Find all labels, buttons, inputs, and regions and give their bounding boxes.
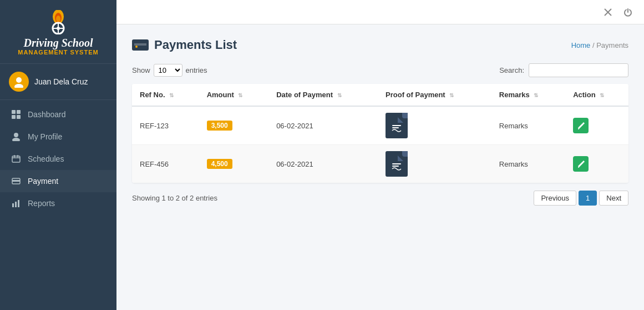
pagination: Previous 1 Next (534, 191, 628, 206)
svg-rect-13 (12, 115, 16, 119)
svg-point-15 (14, 133, 18, 137)
power-icon[interactable] (622, 6, 634, 18)
page-body: Payments List Home / Payments Show 10 25… (116, 24, 644, 310)
cell-proof (378, 106, 491, 145)
show-entries: Show 10 25 50 100 entries (132, 64, 207, 77)
cell-action (565, 145, 628, 183)
svg-rect-17 (12, 156, 20, 162)
svg-point-30 (135, 46, 138, 48)
page-1-button[interactable]: 1 (579, 191, 597, 206)
table-row: REF-456 4,500 06-02-2021 Remarks (132, 145, 628, 183)
svg-point-10 (14, 84, 23, 88)
sort-icon-amount: ⇅ (238, 92, 242, 98)
table-footer: Showing 1 to 2 of 2 entries Previous 1 N… (132, 191, 628, 206)
sort-icon-remarks: ⇅ (534, 92, 538, 98)
svg-rect-33 (392, 125, 401, 126)
main-content: Payments List Home / Payments Show 10 25… (116, 0, 644, 310)
svg-point-9 (16, 77, 22, 83)
sidebar: Driving School Management System Juan De… (0, 0, 116, 310)
svg-point-16 (12, 138, 20, 141)
logo-subtitle: Management System (18, 49, 98, 56)
cell-ref-no: REF-123 (132, 106, 199, 145)
page-title: Payments List (132, 38, 237, 52)
svg-rect-22 (12, 180, 20, 182)
search-label: Search: (499, 66, 524, 74)
topbar (116, 0, 644, 24)
sidebar-item-dashboard[interactable]: Dashboard (0, 103, 116, 126)
sidebar-item-schedules[interactable]: Schedules (0, 148, 116, 170)
col-header-remarks[interactable]: Remarks ⇅ (491, 84, 565, 106)
svg-rect-34 (392, 127, 399, 128)
svg-rect-24 (15, 202, 17, 207)
sidebar-label-payment: Payment (28, 177, 58, 186)
cell-date: 06-02-2021 (268, 106, 378, 145)
table-header-row: Ref No. ⇅ Amount ⇅ Date of Payment ⇅ Pro… (132, 84, 628, 106)
user-name: Juan Dela Cruz (34, 77, 88, 86)
cell-remarks: Remarks (491, 145, 565, 183)
payments-table: Ref No. ⇅ Amount ⇅ Date of Payment ⇅ Pro… (132, 84, 628, 183)
col-header-ref-no[interactable]: Ref No. ⇅ (132, 84, 199, 106)
sort-icon-date: ⇅ (337, 92, 342, 98)
next-button[interactable]: Next (599, 191, 628, 206)
cell-proof (378, 145, 491, 183)
sort-icon-ref-no: ⇅ (169, 92, 174, 98)
schedules-icon (11, 154, 21, 164)
search-input[interactable] (529, 63, 628, 77)
payment-icon (11, 176, 21, 186)
logo-section: Driving School Management System (0, 0, 116, 64)
proof-icon (386, 151, 408, 177)
logo-school-name: Driving School (23, 37, 93, 49)
edit-button[interactable] (573, 118, 589, 133)
amount-badge: 4,500 (207, 159, 232, 169)
svg-rect-39 (392, 166, 399, 167)
cell-date: 06-02-2021 (268, 145, 378, 183)
nav-menu: Dashboard My Profile Schedules Payment R… (0, 100, 116, 214)
svg-rect-23 (12, 203, 14, 207)
entries-label: entries (186, 66, 207, 74)
sidebar-label-my-profile: My Profile (28, 132, 62, 141)
reports-icon (11, 198, 21, 208)
page-header: Payments List Home / Payments (132, 38, 628, 52)
sort-icon-proof: ⇅ (449, 92, 454, 98)
close-icon[interactable] (602, 6, 614, 18)
logo-icon (43, 10, 73, 34)
proof-icon (386, 113, 408, 138)
sidebar-label-reports: Reports (28, 199, 55, 208)
svg-point-2 (56, 16, 60, 22)
table-row: REF-123 3,500 06-02-2021 Remarks (132, 106, 628, 145)
svg-point-4 (57, 27, 60, 30)
user-section: Juan Dela Cruz (0, 64, 116, 100)
cell-amount: 3,500 (199, 106, 269, 145)
showing-text: Showing 1 to 2 of 2 entries (132, 194, 217, 202)
svg-rect-11 (12, 110, 16, 114)
sidebar-item-payment[interactable]: Payment (0, 170, 116, 192)
previous-button[interactable]: Previous (534, 191, 576, 206)
entries-select[interactable]: 10 25 50 100 (154, 64, 182, 77)
cell-ref-no: REF-456 (132, 145, 199, 183)
sidebar-item-reports[interactable]: Reports (0, 192, 116, 214)
edit-button[interactable] (573, 156, 589, 172)
cell-amount: 4,500 (199, 145, 269, 183)
svg-rect-12 (17, 110, 21, 114)
col-header-proof-of-payment[interactable]: Proof of Payment ⇅ (378, 84, 491, 106)
cell-remarks: Remarks (491, 106, 565, 145)
sidebar-item-my-profile[interactable]: My Profile (0, 126, 116, 148)
breadcrumb-current: Payments (596, 41, 628, 49)
dashboard-icon (11, 109, 21, 119)
sidebar-label-dashboard: Dashboard (28, 110, 66, 119)
payments-list-icon (132, 39, 149, 51)
svg-rect-25 (18, 200, 19, 207)
sidebar-label-schedules: Schedules (28, 154, 64, 163)
col-header-date-of-payment[interactable]: Date of Payment ⇅ (268, 84, 378, 106)
col-header-action[interactable]: Action ⇅ (565, 84, 628, 106)
breadcrumb-home[interactable]: Home (571, 41, 591, 49)
avatar (9, 72, 29, 92)
svg-rect-38 (392, 163, 401, 164)
breadcrumb: Home / Payments (571, 41, 628, 49)
svg-rect-14 (17, 115, 21, 119)
col-header-amount[interactable]: Amount ⇅ (199, 84, 269, 106)
amount-badge: 3,500 (207, 121, 232, 131)
sort-icon-action: ⇅ (600, 92, 604, 98)
profile-icon (11, 132, 21, 142)
svg-rect-29 (134, 43, 146, 46)
